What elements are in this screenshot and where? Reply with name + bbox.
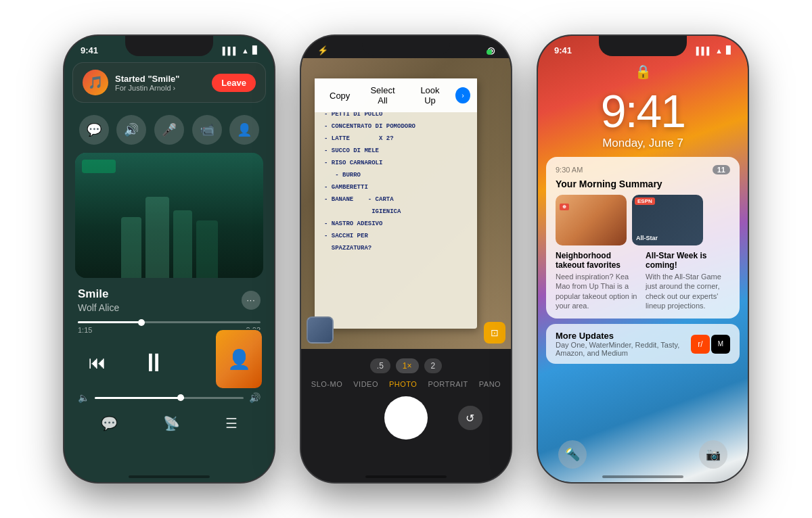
banner-text: Started "Smile" For Justin Arnold › [115, 74, 179, 92]
album-art [75, 153, 263, 278]
zoom-1x[interactable]: 1× [396, 358, 419, 373]
banner-subtitle: For Justin Arnold › [115, 84, 179, 92]
notif-images: ⊕ ESPN All-Star [556, 195, 730, 245]
mode-portrait[interactable]: PORTRAIT [428, 380, 468, 388]
look-up-button[interactable]: Look Up [407, 83, 453, 108]
banner-left: 🎵 Started "Smile" For Justin Arnold › [83, 70, 179, 95]
home-bar-2 [365, 475, 447, 478]
mode-video[interactable]: VIDEO [353, 380, 378, 388]
controls-row: 💬 🔊 🎤 📹 👤 [64, 107, 274, 153]
ls-battery-icon: ▊ [726, 46, 731, 55]
volume-fill [95, 397, 184, 399]
more-updates-title: More Updates [556, 331, 685, 341]
notif-image-2: ESPN All-Star [632, 195, 703, 245]
mode-photo[interactable]: PHOTO [389, 380, 417, 388]
camera-shortcut-icon[interactable]: 📷 [699, 440, 727, 469]
medium-icon: M [711, 335, 730, 354]
zoom-2x[interactable]: 2 [424, 358, 443, 373]
more-updates-card[interactable]: More Updates Day One, WaterMinder, Reddi… [546, 324, 740, 364]
facetime-banner[interactable]: 🎵 Started "Smile" For Justin Arnold › Le… [72, 62, 266, 103]
pause-button[interactable]: ⏸ [133, 342, 174, 383]
volume-high-icon: 🔊 [249, 392, 261, 403]
notif-image-1: ⊕ [556, 195, 627, 245]
camera-mode-strip: SLO-MO VIDEO PHOTO PORTRAIT PANO [301, 377, 511, 391]
song-artist: Wolf Alice [78, 302, 119, 313]
note-text: - PETTI DI POLLO - CONCENTRATO DI POMODO… [324, 108, 468, 254]
ocr-more-button[interactable]: › [455, 87, 470, 103]
morning-summary-card[interactable]: 9:30 AM 11 Your Morning Summary ⊕ ESPN [546, 157, 740, 319]
leave-button[interactable]: Leave [212, 74, 256, 92]
mic-icon[interactable]: 🎤 [154, 115, 184, 145]
ls-time: 9:41 [554, 45, 572, 55]
lyrics-icon[interactable]: 💬 [101, 415, 118, 431]
ls-status-icons: ▌▌▌ ▲ ▊ [696, 46, 731, 55]
phone-1: 9:41 ▌▌▌ ▲ ▊ 🎵 Started "Smile" For Justi… [64, 36, 274, 482]
video-icon[interactable]: 📹 [192, 115, 222, 145]
mode-slomo[interactable]: SLO-MO [311, 380, 342, 388]
phone1-screen: 9:41 ▌▌▌ ▲ ▊ 🎵 Started "Smile" For Justi… [64, 36, 274, 482]
note-line-8: - BANANE - CARTA [324, 193, 468, 206]
wifi-icon: ▲ [242, 47, 249, 55]
notch-2 [362, 36, 450, 56]
notif-badge: 11 [713, 165, 730, 174]
flip-camera-button[interactable]: ↺ [458, 406, 482, 430]
volume-thumb [177, 394, 184, 401]
speaker-icon[interactable]: 🔊 [116, 115, 146, 145]
story2-desc: With the All-Star Game just around the c… [646, 272, 730, 310]
note-line-12: SPAZZATURA? [324, 242, 468, 254]
progress-fill [78, 321, 142, 323]
gallery-thumbnail[interactable] [307, 316, 334, 344]
volume-bar[interactable] [95, 397, 244, 399]
camera-viewfinder: Copy Select All Look Up › - PETTI DI POL… [301, 58, 511, 349]
banner-title: Started "Smile" [115, 74, 179, 84]
note-line-4: - SUCCO DI MELE [324, 145, 468, 157]
ocr-toolbar: Copy Select All Look Up › [315, 78, 477, 112]
message-icon[interactable]: 💬 [79, 115, 109, 145]
ls-date: Monday, June 7 [538, 137, 748, 150]
queue-icon[interactable]: ☰ [225, 415, 238, 431]
ls-notifications: 9:30 AM 11 Your Morning Summary ⊕ ESPN [546, 157, 740, 364]
story-1: Neighborhood takeout favorites Need insp… [556, 251, 640, 310]
mode-pano[interactable]: PANO [479, 380, 501, 388]
note-line-6: - BURRO [324, 169, 468, 181]
copy-button[interactable]: Copy [321, 83, 358, 108]
person-icon[interactable]: 👤 [229, 115, 259, 145]
progress-bar[interactable] [78, 321, 261, 323]
ls-signal-icon: ▌▌▌ [696, 47, 712, 55]
p1-time: 9:41 [81, 45, 98, 55]
story2-title: All-Star Week is coming! [646, 251, 730, 270]
zoom-05[interactable]: .5 [370, 358, 390, 373]
airplay-icon[interactable]: 📡 [163, 415, 180, 431]
shutter-button[interactable] [384, 396, 428, 440]
note-line-10: - NASTRO ADESIVO [324, 218, 468, 230]
notch-3 [599, 36, 687, 56]
more-app-icons: r/ M [691, 335, 730, 354]
notif-stories: Neighborhood takeout favorites Need insp… [556, 251, 730, 310]
rewind-button[interactable]: ⏮ [89, 352, 106, 373]
note-line-5: - RISO CARNAROLI [324, 157, 468, 169]
zoom-controls: .5 1× 2 [301, 354, 511, 377]
more-button[interactable]: ··· [242, 291, 261, 310]
note-line-3: - LATTE x 2? [324, 133, 468, 145]
p1-status-icons: ▌▌▌ ▲ ▊ [223, 46, 258, 55]
flashlight-icon[interactable]: 🔦 [558, 440, 587, 469]
notif-time: 9:30 AM [556, 166, 583, 174]
time-elapsed: 1:15 [78, 326, 92, 334]
volume-low-icon: 🔈 [78, 392, 89, 403]
more-updates-text: More Updates Day One, WaterMinder, Reddi… [556, 331, 685, 357]
note-line-9: IGIENICA [324, 206, 468, 218]
ls-clock: 9:41 [538, 85, 748, 137]
phone-3: 9:41 ▌▌▌ ▲ ▊ 🔒 9:41 Monday, June 7 9:30 … [538, 36, 748, 482]
phone-2: ⚡ ∧ ◎ Copy Select All Look Up › [301, 36, 511, 482]
signal-icon: ▌▌▌ [223, 47, 238, 55]
select-all-button[interactable]: Select All [358, 83, 407, 108]
song-details: Smile Wolf Alice [78, 287, 119, 313]
note-paper: Copy Select All Look Up › - PETTI DI POL… [315, 78, 477, 329]
camera-bottom: .5 1× 2 SLO-MO VIDEO PHOTO PORTRAIT PANO [301, 349, 511, 450]
phone3-screen: 9:41 ▌▌▌ ▲ ▊ 🔒 9:41 Monday, June 7 9:30 … [538, 36, 748, 482]
facetime-thumbnail[interactable]: 👤 [215, 329, 263, 390]
live-text-icon[interactable]: ⊡ [484, 322, 505, 344]
p2-flash-icon: ⚡ [317, 45, 328, 55]
notif-title: Your Morning Summary [556, 179, 730, 189]
volume-row: 🔈 🔊 [64, 390, 274, 406]
